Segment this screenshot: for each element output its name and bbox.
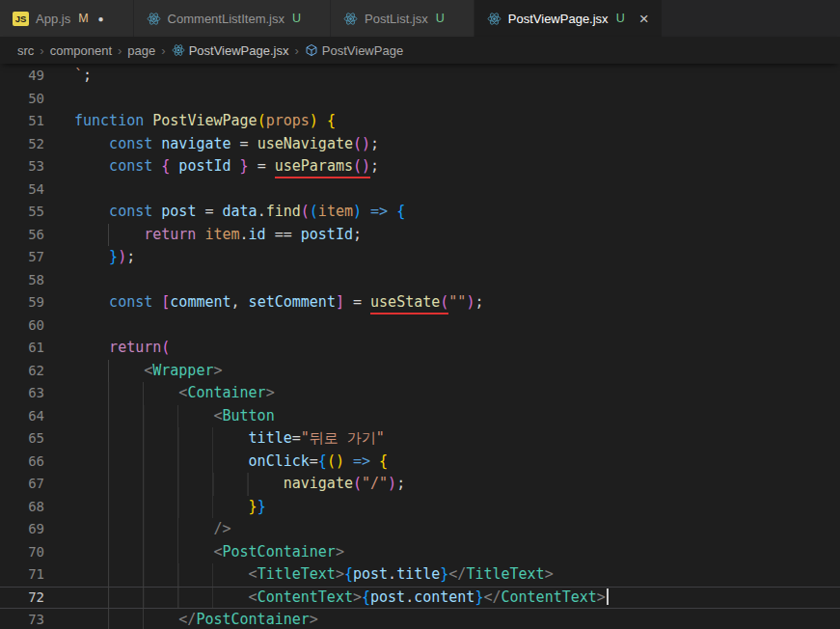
code-token: ( [310, 203, 318, 220]
code-token: ( [353, 135, 362, 152]
indent-guides [74, 382, 144, 405]
code-token: < [213, 407, 222, 424]
tab-commentlistitem-jsx[interactable]: CommentListItem.jsxU [134, 0, 331, 37]
code-token: = [196, 203, 222, 220]
code-token: "뒤로 가기" [301, 429, 385, 447]
code-text: const [comment, setComment] = useState("… [44, 291, 840, 314]
code-line-59[interactable]: 59const [comment, setComment] = useState… [0, 291, 840, 314]
code-line-49[interactable]: 49`; [0, 65, 840, 88]
code-line-58[interactable]: 58 [0, 269, 840, 292]
code-line-71[interactable]: 71<TitleText>{post.title}</TitleText> [0, 563, 840, 587]
code-token: function [74, 112, 144, 129]
code-line-63[interactable]: 63<Container> [0, 382, 840, 405]
indent-guides [74, 473, 249, 496]
code-line-65[interactable]: 65title="뒤로 가기" [0, 427, 840, 451]
breadcrumb: src›component›page›PostViewPage.jsx›Post… [0, 37, 840, 64]
code-text: const { postId } = useParams(); [44, 155, 840, 178]
line-number: 55 [0, 201, 44, 224]
indent-space [74, 291, 109, 314]
breadcrumb-item-component[interactable]: component [50, 43, 112, 58]
code-token: Wrapper [152, 362, 213, 379]
code-token: ContentText [257, 588, 353, 606]
code-token: setComment [249, 293, 336, 311]
code-token: find [266, 203, 301, 220]
code-line-70[interactable]: 70<PostContainer> [0, 541, 840, 564]
code-token: { [362, 588, 370, 606]
code-token: const [109, 203, 152, 220]
code-line-55[interactable]: 55const post = data.find((item) => { [0, 201, 840, 224]
breadcrumb-item-postviewpage-jsx[interactable]: PostViewPage.jsx [172, 43, 289, 58]
code-line-66[interactable]: 66onClick={() => { [0, 451, 840, 474]
code-token: const [109, 293, 152, 311]
code-line-61[interactable]: 61return( [0, 337, 840, 360]
code-token: => [353, 452, 370, 470]
code-token: ; [83, 67, 92, 84]
code-line-68[interactable]: 68}} [0, 496, 840, 519]
code-token: const [109, 157, 152, 175]
indent-space [74, 133, 109, 156]
line-number: 66 [0, 451, 44, 474]
indent-guides [74, 541, 178, 564]
breadcrumb-label: PostViewPage.jsx [189, 43, 289, 58]
code-token [170, 157, 178, 175]
git-status-badge: M [78, 12, 88, 25]
code-token: TitleText [257, 565, 336, 583]
code-token: ; [353, 226, 362, 243]
code-token: ; [474, 293, 483, 311]
code-token: useParams [275, 157, 353, 178]
code-editor[interactable]: 49`;5051function PostViewPage(props) {52… [0, 64, 840, 629]
tab-app-js[interactable]: JSApp.jsM● [0, 0, 134, 37]
indent-space [74, 337, 109, 360]
code-token: post [353, 565, 388, 583]
code-token: < [213, 543, 222, 561]
line-number: 50 [0, 88, 44, 111]
code-text: <Container> [44, 382, 840, 405]
code-line-69[interactable]: 69/> [0, 518, 840, 541]
code-token: ( [301, 203, 310, 220]
code-token: postId [178, 157, 230, 175]
tab-postviewpage-jsx[interactable]: PostViewPage.jsxU× [474, 0, 663, 37]
code-token: ) [353, 203, 362, 220]
indent-space [74, 155, 109, 178]
code-line-51[interactable]: 51function PostViewPage(props) { [0, 110, 840, 133]
code-line-73[interactable]: 73</PostContainer> [0, 609, 840, 629]
code-token: "/" [362, 475, 388, 492]
breadcrumb-label: component [50, 43, 112, 58]
close-tab-icon[interactable]: × [639, 11, 649, 27]
code-token: ( [327, 452, 336, 470]
code-token: > [597, 588, 606, 606]
breadcrumb-separator: › [161, 43, 165, 58]
code-token: </ [483, 588, 501, 606]
breadcrumb-label: src [17, 43, 34, 58]
code-line-60[interactable]: 60 [0, 314, 840, 338]
code-line-62[interactable]: 62<Wrapper> [0, 360, 840, 383]
text-cursor [607, 588, 609, 605]
code-line-72[interactable]: 72<ContentText>{post.content}</ContentTe… [0, 587, 840, 610]
code-text: function PostViewPage(props) { [44, 110, 840, 133]
breadcrumb-item-postviewpage[interactable]: PostViewPage [305, 43, 403, 58]
line-number: 64 [0, 405, 44, 428]
code-line-56[interactable]: 56return item.id == postId; [0, 224, 840, 247]
unsaved-changes-dot: ● [98, 14, 104, 24]
breadcrumb-item-src[interactable]: src [17, 43, 34, 58]
code-token: < [144, 362, 152, 379]
line-number: 69 [0, 518, 44, 541]
line-number: 49 [0, 65, 44, 88]
breadcrumb-item-page[interactable]: page [127, 43, 155, 58]
code-line-50[interactable]: 50 [0, 88, 840, 111]
react-icon [343, 12, 358, 26]
code-line-57[interactable]: 57}); [0, 246, 840, 269]
code-text: </PostContainer> [44, 609, 840, 629]
code-line-52[interactable]: 52const navigate = useNavigate(); [0, 133, 840, 156]
code-token: item [318, 203, 353, 220]
code-token: { [396, 203, 405, 220]
code-line-53[interactable]: 53const { postId } = useParams(); [0, 155, 840, 178]
line-number: 63 [0, 382, 44, 405]
code-line-64[interactable]: 64<Button [0, 405, 840, 428]
code-line-54[interactable]: 54 [0, 178, 840, 202]
code-token: ; [396, 475, 405, 492]
code-token: ( [353, 475, 362, 492]
tab-postlist-jsx[interactable]: PostList.jsxU [331, 0, 474, 37]
code-line-67[interactable]: 67navigate("/"); [0, 473, 840, 496]
code-token: => [370, 203, 388, 220]
